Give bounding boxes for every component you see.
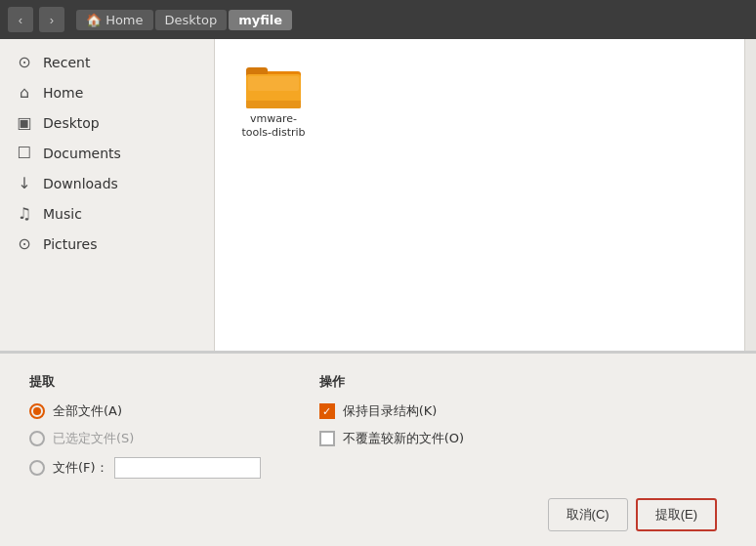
breadcrumb: 🏠 Home Desktop myfile [76,10,292,30]
recent-icon: ⊙ [16,53,33,71]
pictures-icon: ⊙ [16,234,33,253]
checkbox-keep-structure[interactable]: ✓ 保持目录结构(K) [319,402,464,420]
radio-file-input[interactable]: 文件(F)： [29,457,261,479]
svg-rect-3 [248,76,299,91]
bottom-panel: 提取 全部文件(A) 已选定文件(S) 文 [0,352,756,546]
extract-section: 提取 全部文件(A) 已选定文件(S) 文 [29,373,261,479]
content-area: ⊙ Recent ⌂ Home ▣ Desktop ☐ Documents ↓ … [0,39,756,351]
sidebar-item-downloads[interactable]: ↓ Downloads [0,168,214,198]
checkbox-nooverwrite-box [319,431,335,446]
file-area: vmware-tools-distrib [215,39,744,351]
sidebar-item-documents[interactable]: ☐ Documents [0,138,214,168]
checkbox-group: ✓ 保持目录结构(K) 不覆盖较新的文件(O) [319,402,464,447]
checkbox-no-overwrite[interactable]: 不覆盖较新的文件(O) [319,430,464,447]
operation-section: 操作 ✓ 保持目录结构(K) 不覆盖较新的文件(O) [319,373,464,479]
radio-selected-circle [29,431,45,446]
file-path-input[interactable] [114,457,261,479]
sidebar-item-desktop[interactable]: ▣ Desktop [0,107,214,138]
svg-rect-4 [246,101,301,108]
file-manager-window: ‹ › 🏠 Home Desktop myfile ⊙ Recent ⌂ Hom… [0,0,756,352]
cancel-button[interactable]: 取消(C) [548,498,628,531]
radio-all-label: 全部文件(A) [53,402,122,420]
sidebar-label-home: Home [43,85,83,101]
radio-selected-label: 已选定文件(S) [53,430,134,447]
file-item-vmware[interactable]: vmware-tools-distrib [234,59,313,146]
checkbox-nooverwrite-label: 不覆盖较新的文件(O) [343,430,464,447]
checkbox-keep-box: ✓ [319,403,335,419]
extract-button[interactable]: 提取(E) [636,498,717,531]
radio-all-dot [33,407,41,415]
sidebar-item-music[interactable]: ♫ Music [0,198,214,229]
radio-all-files[interactable]: 全部文件(A) [29,402,261,420]
sidebar: ⊙ Recent ⌂ Home ▣ Desktop ☐ Documents ↓ … [0,39,215,351]
extract-title: 提取 [29,373,261,391]
home-icon: ⌂ [16,83,33,102]
operation-title: 操作 [319,373,464,391]
back-button[interactable]: ‹ [8,7,33,32]
radio-file-circle [29,460,45,476]
sidebar-label-desktop: Desktop [43,115,100,131]
radio-all-circle [29,403,45,419]
sidebar-label-music: Music [43,206,82,222]
scrollbar[interactable] [744,39,756,351]
downloads-icon: ↓ [16,174,33,192]
radio-group: 全部文件(A) 已选定文件(S) 文件(F)： [29,402,261,479]
breadcrumb-myfile[interactable]: myfile [229,10,292,30]
sidebar-label-recent: Recent [43,55,90,70]
radio-file-label: 文件(F)： [53,459,108,477]
sidebar-label-pictures: Pictures [43,236,97,252]
radio-selected-files[interactable]: 已选定文件(S) [29,430,261,447]
checkbox-keep-label: 保持目录结构(K) [343,402,438,420]
toolbar: ‹ › 🏠 Home Desktop myfile [0,0,756,39]
button-bar: 取消(C) 提取(E) [29,498,727,531]
forward-button[interactable]: › [39,7,64,32]
sidebar-item-recent[interactable]: ⊙ Recent [0,47,214,77]
documents-icon: ☐ [16,144,33,162]
bottom-sections: 提取 全部文件(A) 已选定文件(S) 文 [29,373,727,479]
sidebar-item-home[interactable]: ⌂ Home [0,77,214,107]
file-label-vmware: vmware-tools-distrib [239,112,308,141]
file-input-row: 文件(F)： [53,457,261,479]
breadcrumb-home[interactable]: 🏠 Home [76,10,153,30]
breadcrumb-desktop[interactable]: Desktop [155,10,228,30]
music-icon: ♫ [16,204,33,223]
sidebar-label-documents: Documents [43,146,121,161]
desktop-icon: ▣ [16,113,33,132]
sidebar-item-pictures[interactable]: ⊙ Pictures [0,229,214,259]
sidebar-label-downloads: Downloads [43,176,118,191]
folder-icon [246,63,301,108]
checkbox-keep-check: ✓ [322,405,331,418]
